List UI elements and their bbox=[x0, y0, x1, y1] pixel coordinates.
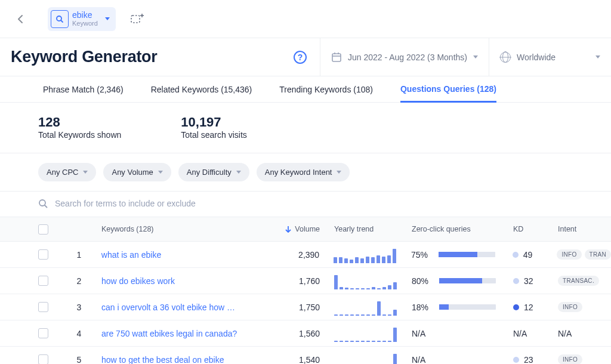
zero-click-cell: 18% bbox=[412, 303, 513, 312]
page-title: Keyword Generator bbox=[11, 48, 157, 66]
kd-value: 32 bbox=[524, 276, 533, 286]
search-icon bbox=[51, 10, 69, 28]
th-keywords[interactable]: Keywords (128) bbox=[101, 225, 266, 233]
row-checkbox[interactable] bbox=[38, 328, 48, 338]
row-checkbox[interactable] bbox=[38, 276, 48, 286]
globe-icon bbox=[500, 52, 511, 63]
kd-value: 49 bbox=[523, 250, 533, 260]
table-row: 2how do ebikes work1,76080%32TRANSAC. bbox=[0, 268, 611, 294]
kd-cell: 12 bbox=[513, 303, 558, 312]
table-row: 1what is an ebike2,39075%49INFOTRAN bbox=[0, 242, 611, 268]
intent-chip: TRANSAC. bbox=[558, 276, 599, 286]
add-comparison-button[interactable] bbox=[131, 13, 144, 25]
filter-difficulty[interactable]: Any Difficulty bbox=[178, 163, 249, 181]
th-trend[interactable]: Yearly trend bbox=[328, 225, 412, 233]
svg-line-10 bbox=[45, 205, 47, 208]
intent-chip: INFO bbox=[557, 249, 581, 260]
zero-click-cell: N/A bbox=[412, 329, 513, 338]
kd-dot-icon bbox=[513, 357, 519, 363]
table-row: 4are 750 watt ebikes legal in canada?1,5… bbox=[0, 320, 611, 347]
keyword-link[interactable]: what is an ebike bbox=[101, 250, 257, 260]
kd-cell: 49 bbox=[513, 250, 557, 260]
trend-chart bbox=[334, 246, 411, 263]
kd-value: N/A bbox=[513, 329, 527, 338]
svg-line-1 bbox=[61, 20, 63, 22]
intent-chip: INFO bbox=[558, 354, 582, 364]
back-button[interactable] bbox=[15, 13, 27, 25]
filter-cpc[interactable]: Any CPC bbox=[38, 163, 96, 181]
stat-total-visits: 10,197 Total search visits bbox=[181, 115, 246, 140]
tab-phrase-match[interactable]: Phrase Match (2,346) bbox=[43, 76, 124, 103]
volume-value: 1,540 bbox=[266, 355, 328, 365]
row-checkbox[interactable] bbox=[38, 354, 48, 364]
table-row: 3can i overvolt a 36 volt ebike how …1,7… bbox=[0, 294, 611, 320]
th-volume[interactable]: Volume bbox=[266, 225, 328, 233]
row-checkbox[interactable] bbox=[38, 302, 48, 312]
kd-value: 12 bbox=[524, 303, 533, 312]
row-index: 1 bbox=[57, 250, 101, 260]
select-all-checkbox[interactable] bbox=[38, 224, 48, 235]
intent-chip: INFO bbox=[558, 302, 582, 312]
intent-chip: TRAN bbox=[585, 249, 611, 260]
svg-rect-5 bbox=[332, 54, 341, 61]
tab-trending-keywords[interactable]: Trending Keywords (108) bbox=[279, 76, 373, 103]
keyword-link[interactable]: are 750 watt ebikes legal in canada? bbox=[101, 329, 257, 338]
intent-cell: TRANSAC. bbox=[558, 276, 611, 286]
intent-cell: N/A bbox=[558, 329, 611, 338]
region-label: Worldwide bbox=[517, 53, 556, 62]
region-selector[interactable]: Worldwide bbox=[489, 38, 611, 76]
volume-value: 2,390 bbox=[265, 250, 328, 260]
intent-cell: INFO bbox=[558, 354, 611, 364]
tab-questions-queries[interactable]: Questions Queries (128) bbox=[400, 76, 496, 103]
help-button[interactable]: ? bbox=[294, 51, 307, 64]
volume-value: 1,560 bbox=[266, 329, 328, 338]
filter-intent[interactable]: Any Keyword Intent bbox=[257, 163, 350, 181]
calendar-icon bbox=[331, 52, 342, 63]
kd-cell: 32 bbox=[513, 276, 558, 286]
date-range-label: Jun 2022 - Aug 2022 (3 Months) bbox=[348, 53, 467, 62]
zero-click-pct: 75% bbox=[411, 250, 431, 260]
table-row: 5how to get the best deal on ebike1,540N… bbox=[0, 347, 611, 364]
keyword-link[interactable]: how to get the best deal on ebike bbox=[101, 355, 257, 365]
volume-value: 1,760 bbox=[266, 276, 328, 286]
zero-click-pct: 80% bbox=[412, 276, 432, 286]
chevron-down-icon bbox=[595, 55, 600, 58]
kd-cell: 23 bbox=[513, 355, 558, 365]
search-icon bbox=[38, 199, 48, 208]
keyword-chip-label: ebike bbox=[72, 11, 98, 20]
kd-dot-icon bbox=[513, 278, 519, 284]
zero-click-pct: N/A bbox=[412, 329, 432, 338]
tab-related-keywords[interactable]: Related Keywords (15,436) bbox=[151, 76, 252, 103]
trend-chart bbox=[334, 351, 412, 365]
chevron-down-icon bbox=[105, 17, 110, 20]
th-intent[interactable]: Intent bbox=[558, 225, 611, 233]
zero-click-cell: N/A bbox=[412, 355, 513, 365]
trend-chart bbox=[334, 325, 412, 342]
row-index: 4 bbox=[57, 329, 101, 338]
search-input[interactable] bbox=[55, 199, 294, 208]
kd-cell: N/A bbox=[513, 329, 558, 338]
trend-chart bbox=[334, 299, 412, 316]
trend-chart bbox=[334, 273, 412, 289]
kd-dot-icon bbox=[513, 252, 519, 258]
stat-total-keywords: 128 Total Keywords shown bbox=[38, 115, 121, 140]
intent-cell: INFO bbox=[558, 302, 611, 312]
zero-click-pct: N/A bbox=[412, 355, 432, 365]
filter-volume[interactable]: Any Volume bbox=[103, 163, 171, 181]
row-checkbox[interactable] bbox=[38, 249, 48, 260]
th-zero-click[interactable]: Zero-click queries bbox=[412, 225, 513, 233]
svg-rect-2 bbox=[131, 16, 140, 23]
zero-click-cell: 75% bbox=[411, 250, 513, 260]
row-index: 2 bbox=[57, 276, 101, 286]
keyword-link[interactable]: how do ebikes work bbox=[101, 276, 257, 286]
keyword-chip[interactable]: ebike Keyword bbox=[48, 7, 116, 31]
kd-value: 23 bbox=[524, 355, 533, 365]
keyword-link[interactable]: can i overvolt a 36 volt ebike how … bbox=[101, 303, 257, 312]
kd-dot-icon bbox=[513, 304, 519, 310]
keyword-chip-sub: Keyword bbox=[72, 20, 98, 27]
row-index: 3 bbox=[57, 303, 101, 312]
sort-desc-icon bbox=[285, 226, 291, 233]
date-range-selector[interactable]: Jun 2022 - Aug 2022 (3 Months) bbox=[320, 38, 489, 76]
th-kd[interactable]: KD bbox=[513, 225, 558, 233]
chevron-down-icon bbox=[473, 55, 478, 58]
